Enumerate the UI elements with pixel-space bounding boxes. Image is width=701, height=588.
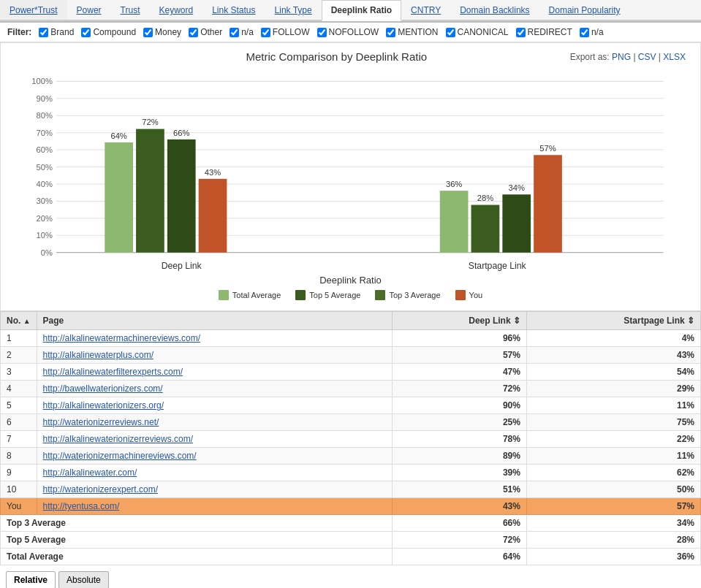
tab-bar: Power*TrustPowerTrustKeywordLink StatusL…: [0, 0, 701, 21]
filter-item-mention-7[interactable]: MENTION: [386, 27, 438, 37]
page-link[interactable]: http://waterionizermachinereviews.com/: [43, 451, 197, 461]
svg-text:Startpage Link: Startpage Link: [469, 261, 527, 271]
legend-item-total-average: Total Average: [219, 290, 281, 300]
col-header-startpage-link[interactable]: Startpage Link ⇕: [526, 312, 700, 330]
filter-item-label-1: Compound: [93, 27, 136, 37]
svg-text:43%: 43%: [205, 168, 221, 177]
filter-item-redirect-9[interactable]: REDIRECT: [516, 27, 572, 37]
col-header-no[interactable]: No. ▲: [1, 312, 37, 330]
cell-you-startpage-link: 57%: [526, 498, 700, 515]
cell-no: 9: [1, 465, 37, 481]
svg-text:50%: 50%: [37, 163, 53, 172]
page-link[interactable]: http://alkalinewatermachinereviews.com/: [43, 333, 200, 343]
cell-startpage-link: 11%: [526, 397, 700, 414]
svg-rect-35: [502, 194, 531, 252]
col-header-deep-link[interactable]: Deep Link ⇕: [393, 312, 527, 330]
tab-domain-backlinks[interactable]: Domain Backlinks: [450, 0, 539, 20]
cell-startpage-link: 11%: [526, 448, 700, 465]
filter-item-label-4: n/a: [241, 27, 254, 37]
cell-startpage-link: 43%: [526, 347, 700, 364]
filter-checkbox-9[interactable]: [516, 28, 526, 37]
filter-checkbox-1[interactable]: [81, 28, 91, 37]
svg-text:80%: 80%: [37, 111, 53, 120]
cell-page: http://alkalinewater.com/: [37, 465, 393, 481]
summary-row: Top 5 Average72%28%: [1, 532, 701, 549]
table-row: 4http://bawellwaterionizers.com/72%29%: [1, 381, 701, 397]
filter-item-follow-5[interactable]: FOLLOW: [261, 27, 310, 37]
cell-page: http://alkalinewaterionizers.org/: [37, 397, 393, 414]
cell-you-deep-link: 43%: [393, 498, 527, 515]
tab-link-status[interactable]: Link Status: [202, 0, 265, 20]
legend-box: [295, 290, 306, 300]
filter-item-compound-1[interactable]: Compound: [81, 27, 136, 37]
cell-no: 4: [1, 381, 37, 397]
cell-deep-link: 96%: [393, 330, 527, 347]
filter-checkbox-8[interactable]: [446, 28, 455, 37]
tab-power-trust[interactable]: Power*Trust: [0, 0, 67, 20]
filter-item-n/a-10[interactable]: n/a: [580, 27, 604, 37]
page-link[interactable]: http://waterionizerreviews.net/: [43, 417, 159, 427]
tab-domain-popularity[interactable]: Domain Popularity: [539, 0, 630, 20]
tab-deeplink-ratio[interactable]: Deeplink Ratio: [322, 0, 401, 21]
export-csv-link[interactable]: CSV: [638, 52, 656, 62]
table-row: 7http://alkalinewaterionizerreviews.com/…: [1, 431, 701, 448]
export-xlsx-link[interactable]: XLSX: [663, 52, 686, 62]
cell-page: http://waterionizermachinereviews.com/: [37, 448, 393, 465]
filter-checkbox-4[interactable]: [230, 28, 239, 37]
filter-checkbox-0[interactable]: [39, 28, 48, 37]
filter-bar: Filter:BrandCompoundMoneyOthern/aFOLLOWN…: [0, 23, 701, 42]
filter-item-money-2[interactable]: Money: [143, 27, 181, 37]
page-link[interactable]: http://bawellwaterionizers.com/: [43, 383, 163, 394]
tab-link-type[interactable]: Link Type: [265, 0, 322, 20]
filter-item-label-10: n/a: [591, 27, 604, 37]
legend-item-top-3-average: Top 3 Average: [375, 290, 440, 300]
svg-text:40%: 40%: [37, 180, 53, 188]
tab-cntry[interactable]: CNTRY: [401, 0, 450, 20]
cell-startpage-link: 54%: [526, 364, 700, 381]
summary-startpage-link: 28%: [526, 532, 700, 549]
page-link[interactable]: http://alkalinewaterionizerreviews.com/: [43, 434, 193, 444]
svg-text:20%: 20%: [37, 214, 53, 223]
cell-you-page: http://tyentusa.com/: [37, 498, 393, 515]
filter-item-n/a-4[interactable]: n/a: [230, 27, 254, 37]
filter-checkbox-10[interactable]: [580, 28, 589, 37]
you-page-link[interactable]: http://tyentusa.com/: [43, 501, 120, 511]
page-link[interactable]: http://alkalinewater.com/: [43, 467, 137, 478]
bottom-btn-absolute[interactable]: Absolute: [58, 571, 109, 588]
summary-deep-link: 64%: [393, 549, 527, 565]
filter-item-canonical-8[interactable]: CANONICAL: [446, 27, 509, 37]
tab-trust[interactable]: Trust: [111, 0, 150, 20]
cell-page: http://waterionizerexpert.com/: [37, 481, 393, 498]
filter-checkbox-5[interactable]: [261, 28, 270, 37]
page-link[interactable]: http://alkalinewaterfilterexperts.com/: [43, 367, 183, 377]
legend-label: Total Average: [232, 291, 281, 299]
table-row: 10http://waterionizerexpert.com/51%50%: [1, 481, 701, 498]
filter-checkbox-2[interactable]: [143, 28, 153, 37]
bottom-btn-relative[interactable]: Relative: [6, 571, 56, 588]
table-row: 2http://alkalinewaterplus.com/57%43%: [1, 347, 701, 364]
table-section: No. ▲ Page Deep Link ⇕ Startpage Link ⇕ …: [0, 311, 701, 565]
legend-item-top-5-average: Top 5 Average: [295, 290, 360, 300]
page-link[interactable]: http://waterionizerexpert.com/: [43, 484, 158, 495]
legend-box: [455, 290, 466, 300]
sort-icon-startpage-link: ⇕: [687, 316, 694, 326]
filter-item-other-3[interactable]: Other: [189, 27, 222, 37]
filter-item-nofollow-6[interactable]: NOFOLLOW: [317, 27, 379, 37]
cell-deep-link: 47%: [393, 364, 527, 381]
cell-startpage-link: 75%: [526, 414, 700, 431]
tab-power[interactable]: Power: [67, 0, 111, 20]
filter-checkbox-6[interactable]: [317, 28, 327, 37]
filter-item-label-0: Brand: [50, 27, 74, 37]
filter-item-brand-0[interactable]: Brand: [39, 27, 74, 37]
svg-rect-28: [199, 179, 227, 253]
page-link[interactable]: http://alkalinewaterplus.com/: [43, 350, 154, 360]
cell-deep-link: 51%: [393, 481, 527, 498]
filter-checkbox-3[interactable]: [189, 28, 198, 37]
cell-no: 5: [1, 397, 37, 414]
svg-text:10%: 10%: [37, 231, 53, 240]
tab-keyword[interactable]: Keyword: [149, 0, 202, 20]
page-link[interactable]: http://alkalinewaterionizers.org/: [43, 400, 164, 411]
export-png-link[interactable]: PNG: [612, 52, 631, 62]
filter-checkbox-7[interactable]: [386, 28, 395, 37]
cell-page: http://alkalinewaterplus.com/: [37, 347, 393, 364]
